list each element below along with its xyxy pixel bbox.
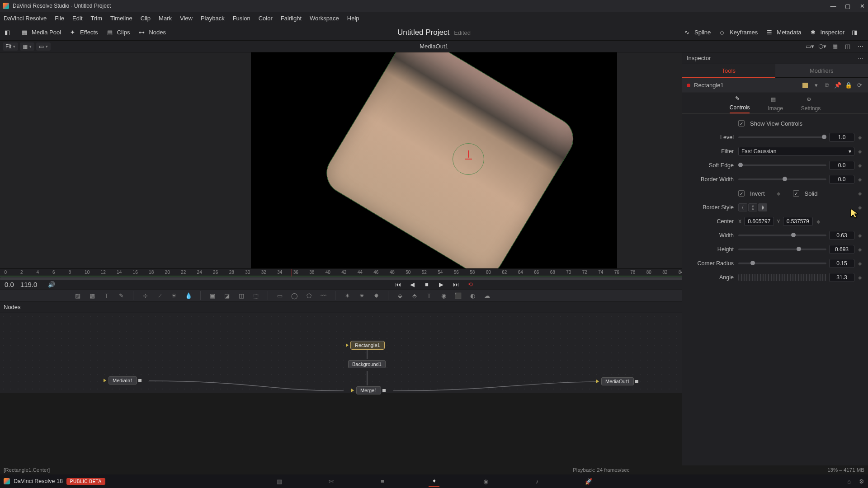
menu-item[interactable]: Edit	[72, 15, 82, 22]
home-icon[interactable]: ⌂	[847, 478, 851, 485]
tool-polygon-icon[interactable]: ⬠	[303, 290, 314, 301]
page-fairlight-icon[interactable]: ♪	[532, 476, 542, 487]
effects-button[interactable]: ✦Effects	[66, 27, 102, 38]
tool-transform-icon[interactable]: ◫	[236, 290, 247, 301]
tool-merge-icon[interactable]: ▣	[207, 290, 218, 301]
page-media-icon[interactable]: ▥	[274, 476, 285, 487]
view-extra-dropdown[interactable]: ▭▾	[36, 42, 51, 51]
tool-3d-image-icon[interactable]: ⬘	[409, 290, 420, 301]
step-back-button[interactable]: ◀	[407, 280, 417, 290]
border-width-value[interactable]: 0.0	[829, 175, 854, 184]
keyframe-diamond-icon[interactable]: ◆	[857, 177, 863, 183]
tool-particles-icon[interactable]: ✶	[342, 290, 353, 301]
panel-right-toggle[interactable]: ◨	[850, 27, 863, 38]
height-slider[interactable]	[738, 249, 826, 250]
menu-item[interactable]: Workspace	[310, 15, 339, 22]
maximize-icon[interactable]: ▢	[844, 3, 851, 9]
lock-icon[interactable]: 🔒	[844, 81, 853, 89]
menu-item[interactable]: Help	[347, 15, 359, 22]
go-first-button[interactable]: ⏮	[393, 280, 403, 290]
keyframe-diamond-icon[interactable]: ◆	[857, 135, 863, 141]
tool-bspline-icon[interactable]: 〰	[318, 290, 329, 301]
tool-resize-icon[interactable]: ⬚	[250, 290, 261, 301]
panel-left-toggle[interactable]: ◧	[3, 27, 16, 38]
page-edit-icon[interactable]: ≡	[377, 476, 388, 487]
keyframe-diamond-icon[interactable]: ◆	[857, 247, 863, 253]
tool-paint-icon[interactable]: ✎	[116, 290, 127, 301]
tab-modifiers[interactable]: Modifiers	[775, 64, 868, 78]
keyframes-button[interactable]: ◇Keyframes	[716, 27, 761, 38]
filter-dropdown[interactable]: Fast Gaussian▾	[738, 147, 854, 156]
clips-button[interactable]: ▤Clips	[104, 27, 134, 38]
invert-checkbox[interactable]	[738, 190, 745, 197]
width-value[interactable]: 0.63	[829, 231, 854, 240]
menu-item[interactable]: Playback	[201, 15, 225, 22]
center-y-value[interactable]: 0.537579	[783, 217, 813, 226]
view-split-icon[interactable]: ◫	[843, 42, 853, 51]
keyframe-diamond-icon[interactable]: ◆	[857, 149, 863, 155]
subtab-controls[interactable]: ✎Controls	[730, 95, 750, 113]
pin-icon[interactable]: 📌	[834, 81, 842, 89]
node-merge[interactable]: Merge1	[356, 386, 381, 394]
tool-background-icon[interactable]: ▨	[72, 290, 83, 301]
tool-pemitter-icon[interactable]: ✸	[371, 290, 382, 301]
loop-button[interactable]: ⟲	[465, 280, 475, 290]
keyframe-diamond-icon[interactable]: ◆	[857, 275, 863, 281]
pin-views-icon[interactable]: ⧉	[823, 81, 831, 89]
tool-text-icon[interactable]: T	[101, 290, 112, 301]
page-deliver-icon[interactable]: 🚀	[583, 476, 594, 487]
border-style-buttons[interactable]: ⟨⟪⟫	[738, 203, 767, 211]
tool-rectangle-icon[interactable]: ▭	[274, 290, 285, 301]
keyframe-diamond-icon[interactable]: ◆	[776, 191, 781, 197]
node-enable-icon[interactable]	[687, 84, 690, 87]
menu-item[interactable]: File	[55, 15, 64, 22]
reset-icon[interactable]: ⟳	[855, 81, 863, 89]
speaker-icon[interactable]: 🔊	[48, 281, 55, 288]
page-fusion-icon[interactable]: ✦	[429, 476, 439, 487]
keyframe-diamond-icon[interactable]: ◆	[857, 191, 863, 197]
soft-edge-value[interactable]: 0.0	[829, 161, 854, 170]
center-x-value[interactable]: 0.605797	[744, 217, 774, 226]
subtab-image[interactable]: ▦Image	[768, 96, 783, 113]
inspector-more-icon[interactable]: ⋯	[858, 55, 863, 61]
level-value[interactable]: 1.0	[829, 133, 854, 142]
view-lut-dropdown[interactable]: ⬡▾	[817, 42, 827, 51]
tool-3d-text-icon[interactable]: T	[424, 290, 434, 301]
tool-tracker-icon[interactable]: ⊹	[140, 290, 151, 301]
page-cut-icon[interactable]: ✄	[326, 476, 336, 487]
angle-value[interactable]: 31.3	[829, 273, 854, 282]
tool-matte-icon[interactable]: ◪	[222, 290, 232, 301]
height-value[interactable]: 0.693	[829, 245, 854, 254]
menu-item[interactable]: DaVinci Resolve	[4, 15, 47, 22]
menu-item[interactable]: Timeline	[110, 15, 132, 22]
keyframe-diamond-icon[interactable]: ◆	[857, 163, 863, 169]
stop-button[interactable]: ■	[422, 280, 432, 290]
menu-item[interactable]: Mark	[159, 15, 172, 22]
subtab-settings[interactable]: ⚙Settings	[801, 96, 821, 113]
media-pool-button[interactable]: ▦Media Pool	[18, 27, 65, 38]
keyframe-diamond-icon[interactable]: ◆	[857, 261, 863, 267]
view-grid-icon[interactable]: ▦	[830, 42, 840, 51]
menu-item[interactable]: Trim	[91, 15, 103, 22]
tool-3d-camera-icon[interactable]: ⬙	[395, 290, 406, 301]
tool-blur-icon[interactable]: 💧	[183, 290, 194, 301]
corner-radius-value[interactable]: 0.15	[829, 259, 854, 268]
node-rectangle[interactable]: Rectangle1	[351, 341, 384, 349]
playhead-icon[interactable]	[292, 269, 292, 277]
angle-dial[interactable]	[738, 274, 826, 281]
tool-fastnoise-icon[interactable]: ▩	[87, 290, 98, 301]
settings-icon[interactable]: ⚙	[859, 478, 864, 485]
tool-3d-cube-icon[interactable]: ⬛	[453, 290, 463, 301]
solid-checkbox[interactable]	[793, 190, 799, 197]
minimize-icon[interactable]: —	[830, 3, 836, 9]
node-mediain[interactable]: MediaIn1	[108, 376, 137, 385]
tool-prender-icon[interactable]: ✷	[356, 290, 367, 301]
view-more-icon[interactable]: ⋯	[855, 42, 865, 51]
border-width-slider[interactable]	[738, 178, 826, 180]
menu-item[interactable]: Color	[259, 15, 273, 22]
level-slider[interactable]	[738, 136, 826, 138]
view-channel-dropdown[interactable]: ▭▾	[805, 42, 815, 51]
page-color-icon[interactable]: ◉	[480, 476, 491, 487]
tool-3d-shape-icon[interactable]: ◉	[438, 290, 449, 301]
tool-3d-render-icon[interactable]: ☁	[481, 290, 492, 301]
